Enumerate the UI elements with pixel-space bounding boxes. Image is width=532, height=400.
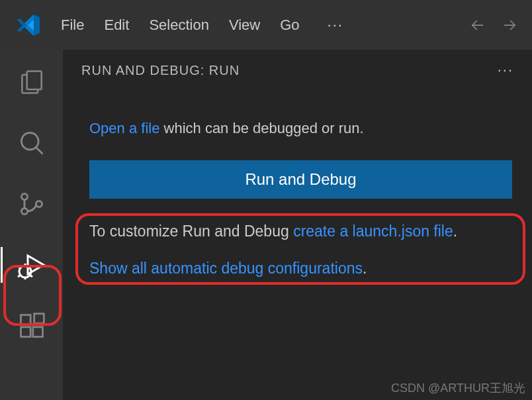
svg-rect-15 — [32, 327, 42, 337]
activity-search[interactable] — [14, 125, 50, 161]
svg-rect-16 — [34, 314, 44, 324]
svg-line-11 — [30, 275, 32, 277]
nav-forward-icon[interactable] — [500, 16, 519, 34]
menu-file[interactable]: File — [61, 17, 84, 34]
menu-view[interactable]: View — [229, 17, 260, 34]
watermark: CSDN @ARTHUR王旭光 — [391, 380, 525, 396]
open-file-link[interactable]: Open a file — [89, 120, 159, 136]
customize-text: To customize Run and Debug create a laun… — [89, 220, 512, 243]
titlebar: File Edit Selection View Go ··· — [0, 0, 532, 50]
svg-line-9 — [18, 266, 20, 268]
svg-point-3 — [21, 193, 27, 199]
menu-more[interactable]: ··· — [328, 17, 343, 34]
menu-edit[interactable]: Edit — [104, 17, 129, 34]
sidebar-more-actions[interactable]: ··· — [498, 62, 519, 79]
svg-line-2 — [36, 147, 42, 154]
menubar: File Edit Selection View Go ··· — [61, 17, 343, 34]
activity-run-debug[interactable] — [14, 247, 50, 283]
menu-selection[interactable]: Selection — [149, 17, 209, 34]
menu-go[interactable]: Go — [280, 17, 299, 34]
nav-arrows — [468, 16, 524, 34]
sidebar-title: RUN AND DEBUG: RUN — [81, 63, 240, 78]
vscode-logo-icon — [13, 11, 42, 40]
show-all-suffix: . — [363, 260, 367, 277]
activity-source-control[interactable] — [14, 186, 50, 222]
svg-point-7 — [19, 266, 31, 277]
show-all-text: Show all automatic debug configurations. — [89, 260, 512, 277]
show-all-configs-link[interactable]: Show all automatic debug configurations — [89, 260, 363, 277]
svg-rect-13 — [21, 315, 30, 325]
run-and-debug-button[interactable]: Run and Debug — [89, 160, 512, 199]
create-launch-json-link[interactable]: create a launch.json file — [293, 223, 453, 240]
svg-line-10 — [18, 275, 20, 277]
activity-bar — [0, 50, 63, 400]
svg-rect-14 — [21, 327, 30, 337]
run-welcome-section: Open a file which can be debugged or run… — [81, 119, 519, 277]
activity-explorer[interactable] — [14, 64, 50, 100]
open-file-text: Open a file which can be debugged or run… — [89, 119, 512, 139]
run-debug-sidebar: RUN AND DEBUG: RUN ··· Open a file which… — [63, 50, 532, 400]
activity-extensions[interactable] — [14, 308, 50, 344]
svg-point-1 — [21, 132, 38, 150]
open-file-rest: which can be debugged or run. — [159, 120, 363, 136]
svg-rect-0 — [26, 72, 41, 90]
sidebar-header: RUN AND DEBUG: RUN ··· — [81, 62, 519, 79]
nav-back-icon[interactable] — [468, 16, 487, 34]
customize-prefix: To customize Run and Debug — [89, 223, 293, 240]
svg-point-4 — [21, 208, 27, 214]
customize-suffix: . — [453, 223, 457, 240]
